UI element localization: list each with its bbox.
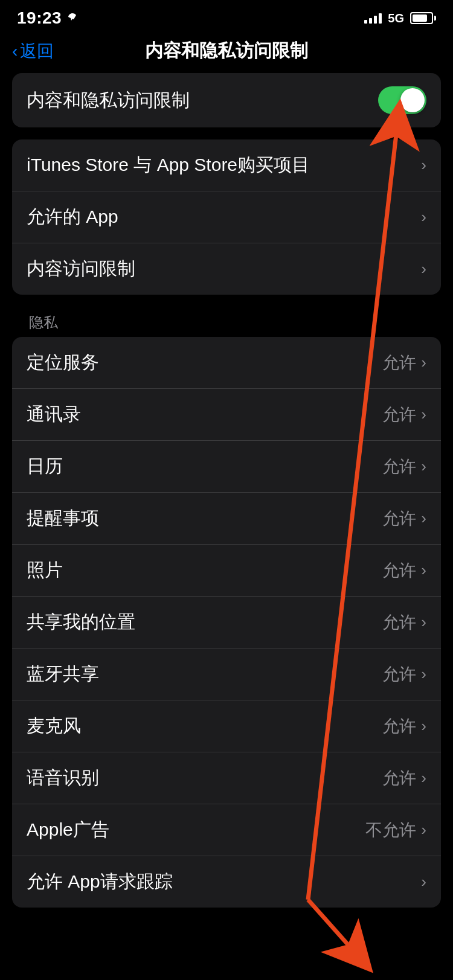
microphone-right: 允许 › — [382, 715, 426, 738]
signal-bar-2 — [369, 18, 372, 24]
photos-row[interactable]: 照片 允许 › — [12, 544, 441, 596]
toggle-label: 内容和隐私访问限制 — [27, 88, 190, 113]
location-services-chevron-icon: › — [421, 353, 426, 372]
status-right: 5G — [364, 11, 436, 25]
speech-recognition-chevron-icon: › — [421, 769, 426, 787]
apple-ads-label: Apple广告 — [27, 818, 109, 842]
battery-fill — [413, 14, 427, 22]
bluetooth-label: 蓝牙共享 — [27, 662, 99, 687]
share-location-label: 共享我的位置 — [27, 610, 135, 635]
reminders-label: 提醒事项 — [27, 506, 99, 531]
bluetooth-row[interactable]: 蓝牙共享 允许 › — [12, 648, 441, 700]
location-active-icon — [66, 12, 79, 24]
status-bar: 19:23 5G — [0, 0, 453, 33]
itunes-appstore-label: iTunes Store 与 App Store购买项目 — [27, 153, 310, 178]
allowed-apps-chevron-icon: › — [421, 208, 426, 226]
calendar-right: 允许 › — [382, 455, 426, 478]
speech-recognition-right: 允许 › — [382, 767, 426, 790]
back-label[interactable]: 返回 — [20, 40, 54, 63]
photos-label: 照片 — [27, 558, 63, 583]
reminders-value: 允许 — [382, 507, 416, 530]
calendar-row[interactable]: 日历 允许 › — [12, 440, 441, 492]
page-wrapper: 19:23 5G ‹ 返回 内容和隐 — [0, 0, 453, 980]
nav-bar: ‹ 返回 内容和隐私访问限制 — [0, 33, 453, 73]
itunes-chevron-icon: › — [421, 156, 426, 175]
speech-recognition-label: 语音识别 — [27, 766, 99, 790]
content-privacy-toggle-row: 内容和隐私访问限制 — [12, 73, 441, 127]
time-display: 19:23 — [17, 8, 62, 28]
microphone-label: 麦克风 — [27, 714, 81, 738]
reminders-right: 允许 › — [382, 507, 426, 530]
share-location-right: 允许 › — [382, 611, 426, 634]
battery-tip — [434, 16, 436, 21]
photos-value: 允许 — [382, 559, 416, 582]
location-services-row[interactable]: 定位服务 允许 › — [12, 337, 441, 388]
signal-bar-1 — [364, 20, 367, 24]
calendar-value: 允许 — [382, 455, 416, 478]
reminders-chevron-icon: › — [421, 509, 426, 528]
speech-recognition-value: 允许 — [382, 767, 416, 790]
bluetooth-right: 允许 › — [382, 663, 426, 686]
apple-ads-right: 不允许 › — [365, 819, 426, 842]
share-location-chevron-icon: › — [421, 613, 426, 632]
toggle-section-card: 内容和隐私访问限制 — [12, 73, 441, 127]
back-button[interactable]: ‹ 返回 — [12, 40, 54, 63]
toggle-knob — [400, 88, 425, 112]
photos-chevron-icon: › — [421, 561, 426, 580]
content-restrictions-chevron-icon: › — [421, 260, 426, 278]
microphone-chevron-icon: › — [421, 717, 426, 735]
location-services-label: 定位服务 — [27, 350, 99, 375]
svg-line-2 — [308, 900, 356, 954]
share-location-row[interactable]: 共享我的位置 允许 › — [12, 596, 441, 648]
calendar-chevron-icon: › — [421, 457, 426, 476]
back-chevron-icon: ‹ — [12, 42, 18, 61]
page-title: 内容和隐私访问限制 — [145, 39, 308, 63]
content-area: 内容和隐私访问限制 iTunes Store 与 App Store购买项目 ›… — [0, 73, 453, 908]
bluetooth-value: 允许 — [382, 663, 416, 686]
itunes-appstore-row[interactable]: iTunes Store 与 App Store购买项目 › — [12, 139, 441, 191]
location-services-value: 允许 — [382, 351, 416, 374]
microphone-value: 允许 — [382, 715, 416, 738]
signal-bar-4 — [379, 13, 382, 24]
content-privacy-toggle[interactable] — [378, 86, 426, 114]
apple-ads-value: 不允许 — [365, 819, 416, 842]
battery-body — [410, 12, 433, 24]
contacts-right: 允许 › — [382, 403, 426, 426]
contacts-label: 通讯录 — [27, 402, 81, 427]
content-restrictions-row[interactable]: 内容访问限制 › — [12, 243, 441, 295]
location-services-right: 允许 › — [382, 351, 426, 374]
contacts-chevron-icon: › — [421, 405, 426, 424]
content-restrictions-right: › — [421, 260, 426, 278]
signal-bars — [364, 13, 382, 24]
battery — [410, 12, 436, 24]
privacy-section-card: 定位服务 允许 › 通讯录 允许 › 日历 允许 › — [12, 337, 441, 908]
calendar-label: 日历 — [27, 454, 63, 479]
app-tracking-right: › — [416, 873, 426, 891]
itunes-appstore-right: › — [421, 156, 426, 175]
allowed-apps-right: › — [421, 208, 426, 226]
microphone-row[interactable]: 麦克风 允许 › — [12, 700, 441, 752]
signal-bar-3 — [374, 16, 377, 24]
contacts-row[interactable]: 通讯录 允许 › — [12, 388, 441, 440]
photos-right: 允许 › — [382, 559, 426, 582]
contacts-value: 允许 — [382, 403, 416, 426]
network-type: 5G — [388, 11, 404, 25]
reminders-row[interactable]: 提醒事项 允许 › — [12, 492, 441, 544]
status-time: 19:23 — [17, 8, 79, 28]
speech-recognition-row[interactable]: 语音识别 允许 › — [12, 752, 441, 804]
menu-section-card: iTunes Store 与 App Store购买项目 › 允许的 App ›… — [12, 139, 441, 295]
allowed-apps-label: 允许的 App — [27, 205, 118, 229]
privacy-section-header: 隐私 — [12, 307, 441, 337]
share-location-value: 允许 — [382, 611, 416, 634]
apple-ads-chevron-icon: › — [421, 821, 426, 839]
app-tracking-chevron-icon: › — [421, 873, 426, 891]
content-restrictions-label: 内容访问限制 — [27, 257, 135, 281]
bluetooth-chevron-icon: › — [421, 665, 426, 684]
app-tracking-label: 允许 App请求跟踪 — [27, 870, 173, 894]
allowed-apps-row[interactable]: 允许的 App › — [12, 191, 441, 243]
apple-ads-row[interactable]: Apple广告 不允许 › — [12, 804, 441, 856]
app-tracking-row[interactable]: 允许 App请求跟踪 › — [12, 856, 441, 908]
